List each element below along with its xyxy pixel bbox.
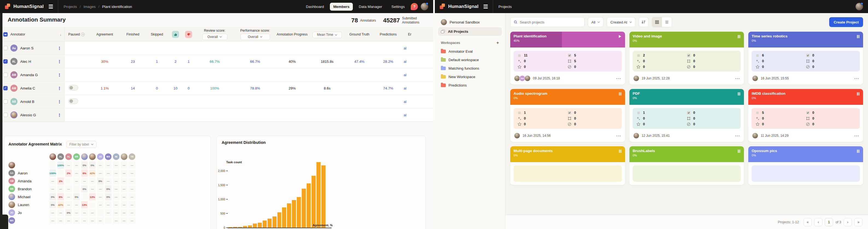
project-card[interactable]: Video and image0%20000019 Jun 2025, 12:2… xyxy=(629,32,744,85)
matrix-cell[interactable]: 100% xyxy=(57,162,64,169)
matrix-cell[interactable]: 0% xyxy=(105,185,112,192)
matrix-cell[interactable]: 0% xyxy=(50,193,56,200)
matrix-cell[interactable]: — xyxy=(113,162,119,169)
row-menu-button[interactable]: ⋮ xyxy=(57,73,61,77)
matrix-cell[interactable]: — xyxy=(81,177,88,185)
filter-select[interactable]: All xyxy=(588,17,603,27)
user-avatar[interactable] xyxy=(856,3,863,10)
matrix-cell[interactable]: — xyxy=(121,217,127,224)
col-paused[interactable]: Paused? xyxy=(64,32,89,37)
matrix-cell[interactable]: 0% xyxy=(81,162,88,169)
histogram-bar[interactable] xyxy=(302,189,306,228)
project-card-menu-button[interactable]: ··· xyxy=(616,76,621,81)
matrix-cell[interactable]: 0% xyxy=(50,201,56,208)
annotator-name[interactable]: Amanda G xyxy=(20,73,38,77)
row-menu-button[interactable]: ⋮ xyxy=(57,100,61,104)
row-checkbox[interactable] xyxy=(3,73,8,77)
matrix-cell[interactable]: — xyxy=(73,201,80,208)
row-menu-button[interactable]: ⋮ xyxy=(57,113,61,117)
matrix-cell[interactable]: — xyxy=(129,201,135,208)
histogram-bar[interactable] xyxy=(258,223,262,228)
annotator-name[interactable]: Amelia C xyxy=(20,86,35,90)
matrix-cell[interactable]: — xyxy=(97,185,103,192)
histogram-bar[interactable] xyxy=(268,219,272,228)
histogram-bar[interactable] xyxy=(287,203,291,228)
matrix-cell[interactable]: — xyxy=(73,209,80,216)
project-card[interactable]: PDF0%10000012 Jun 2025, 15:41··· xyxy=(629,89,744,142)
matrix-cell[interactable]: 0% xyxy=(105,193,112,200)
row-link[interactable]: al xyxy=(404,60,416,64)
matrix-cell[interactable]: — xyxy=(121,185,127,192)
row-link[interactable]: al xyxy=(404,100,416,104)
col-skipped[interactable]: Skipped xyxy=(145,32,169,37)
histogram-bar[interactable] xyxy=(248,225,252,228)
matrix-cell[interactable]: — xyxy=(97,169,103,176)
breadcrumb-projects[interactable]: Projects xyxy=(64,5,77,9)
sort-desc-icon[interactable]: ↓ xyxy=(60,32,62,37)
matrix-cell[interactable]: 13% xyxy=(81,201,88,208)
matrix-cell[interactable]: — xyxy=(105,169,112,176)
sidebar-item-workspace[interactable]: Annotator Eval xyxy=(438,47,502,56)
col-annotation-progress[interactable]: Annotation Progress xyxy=(276,32,308,37)
sidebar-item-workspace[interactable]: Predictions xyxy=(438,81,502,90)
paused-toggle[interactable] xyxy=(68,85,78,91)
nav-members[interactable]: Members xyxy=(330,3,352,11)
pause-icon[interactable] xyxy=(857,149,860,154)
matrix-cell[interactable]: — xyxy=(113,193,119,200)
mean-time-select[interactable]: Mean Time xyxy=(312,32,342,38)
annotator-name[interactable]: Alessio G xyxy=(20,113,36,117)
matrix-cell[interactable]: — xyxy=(81,209,88,216)
pause-icon[interactable] xyxy=(618,92,622,97)
matrix-cell[interactable]: — xyxy=(129,177,135,185)
matrix-cell[interactable]: — xyxy=(97,217,103,224)
matrix-cell[interactable]: — xyxy=(129,193,135,200)
sidebar-item-workspace[interactable]: Default workspace xyxy=(438,56,502,64)
matrix-cell[interactable]: — xyxy=(50,185,56,192)
histogram-bar[interactable] xyxy=(262,221,267,228)
histogram-bar[interactable] xyxy=(312,176,316,228)
matrix-cell[interactable]: 42% xyxy=(57,201,64,208)
matrix-cell[interactable]: — xyxy=(105,162,112,169)
project-card[interactable]: Time series robotics0%60000016 Jun 2025,… xyxy=(748,32,863,85)
project-card-menu-button[interactable]: ··· xyxy=(735,133,740,138)
col-finished[interactable]: Finished xyxy=(121,32,145,37)
histogram-bar[interactable] xyxy=(273,217,277,228)
matrix-cell[interactable] xyxy=(73,185,80,192)
matrix-cell[interactable]: — xyxy=(57,209,64,216)
sort-direction-button[interactable] xyxy=(639,17,649,27)
matrix-cell[interactable]: — xyxy=(113,209,119,216)
nav-dashboard[interactable]: Dashboard xyxy=(303,3,327,11)
pause-icon[interactable] xyxy=(618,149,622,154)
row-link[interactable]: al xyxy=(404,73,416,77)
matrix-cell[interactable]: — xyxy=(121,193,127,200)
project-card-menu-button[interactable]: ··· xyxy=(854,76,859,81)
col-agreement[interactable]: Agreement xyxy=(89,32,121,37)
matrix-cell[interactable]: — xyxy=(73,217,80,224)
user-avatar[interactable] xyxy=(421,3,428,10)
matrix-cell[interactable]: — xyxy=(129,185,135,192)
histogram-bar[interactable] xyxy=(292,200,296,228)
matrix-cell[interactable]: — xyxy=(73,169,80,176)
matrix-cell[interactable]: 0% xyxy=(81,185,88,192)
project-card-menu-button[interactable]: ··· xyxy=(616,133,621,138)
pause-icon[interactable] xyxy=(737,149,741,154)
col-annotator[interactable]: Annotator xyxy=(10,32,25,36)
row-menu-button[interactable]: ⋮ xyxy=(57,86,61,90)
matrix-cell[interactable]: — xyxy=(97,193,103,200)
nav-settings[interactable]: Settings xyxy=(388,3,408,11)
histogram-bar[interactable] xyxy=(277,212,281,228)
paused-help-icon[interactable]: ? xyxy=(81,32,85,36)
pause-icon[interactable] xyxy=(857,92,860,97)
brand-logo[interactable]: HumanSignal xyxy=(440,4,478,9)
matrix-cell[interactable] xyxy=(57,169,64,176)
histogram-bar[interactable] xyxy=(307,184,311,228)
review-score-select[interactable]: Overall xyxy=(202,34,227,40)
list-view-button[interactable] xyxy=(662,17,672,27)
matrix-cell[interactable]: — xyxy=(113,201,119,208)
row-checkbox[interactable] xyxy=(3,113,8,117)
matrix-cell[interactable]: — xyxy=(105,209,112,216)
annotator-name[interactable]: Arnold B xyxy=(20,100,34,104)
matrix-cell[interactable]: — xyxy=(73,162,80,169)
matrix-cell[interactable] xyxy=(65,177,72,185)
performance-score-select[interactable]: Overall xyxy=(241,34,270,40)
